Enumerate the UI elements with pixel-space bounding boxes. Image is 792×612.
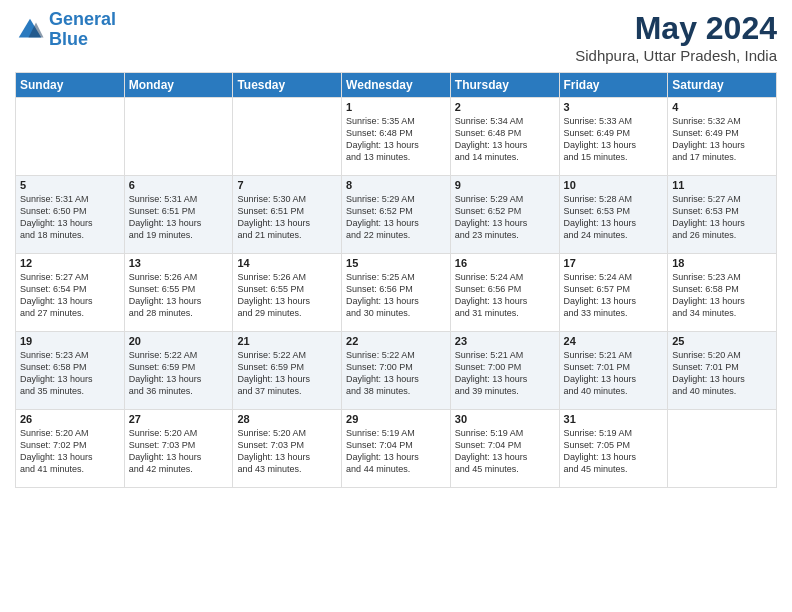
header: General Blue May 2024 Sidhpura, Uttar Pr… (15, 10, 777, 64)
cell-week1-day7: 4Sunrise: 5:32 AM Sunset: 6:49 PM Daylig… (668, 98, 777, 176)
day-number: 1 (346, 101, 446, 113)
cell-info: Sunrise: 5:25 AM Sunset: 6:56 PM Dayligh… (346, 271, 446, 320)
day-number: 8 (346, 179, 446, 191)
logo: General Blue (15, 10, 116, 50)
cell-info: Sunrise: 5:24 AM Sunset: 6:57 PM Dayligh… (564, 271, 664, 320)
cell-info: Sunrise: 5:20 AM Sunset: 7:01 PM Dayligh… (672, 349, 772, 398)
day-number: 23 (455, 335, 555, 347)
cell-info: Sunrise: 5:19 AM Sunset: 7:04 PM Dayligh… (346, 427, 446, 476)
day-number: 21 (237, 335, 337, 347)
col-friday: Friday (559, 73, 668, 98)
cell-week2-day3: 7Sunrise: 5:30 AM Sunset: 6:51 PM Daylig… (233, 176, 342, 254)
day-number: 26 (20, 413, 120, 425)
cell-week2-day7: 11Sunrise: 5:27 AM Sunset: 6:53 PM Dayli… (668, 176, 777, 254)
cell-info: Sunrise: 5:34 AM Sunset: 6:48 PM Dayligh… (455, 115, 555, 164)
day-number: 15 (346, 257, 446, 269)
cell-week4-day6: 24Sunrise: 5:21 AM Sunset: 7:01 PM Dayli… (559, 332, 668, 410)
col-wednesday: Wednesday (342, 73, 451, 98)
cell-info: Sunrise: 5:35 AM Sunset: 6:48 PM Dayligh… (346, 115, 446, 164)
cell-info: Sunrise: 5:31 AM Sunset: 6:51 PM Dayligh… (129, 193, 229, 242)
cell-info: Sunrise: 5:26 AM Sunset: 6:55 PM Dayligh… (237, 271, 337, 320)
day-number: 27 (129, 413, 229, 425)
cell-info: Sunrise: 5:21 AM Sunset: 7:00 PM Dayligh… (455, 349, 555, 398)
cell-info: Sunrise: 5:29 AM Sunset: 6:52 PM Dayligh… (346, 193, 446, 242)
cell-info: Sunrise: 5:28 AM Sunset: 6:53 PM Dayligh… (564, 193, 664, 242)
day-number: 10 (564, 179, 664, 191)
day-number: 22 (346, 335, 446, 347)
cell-info: Sunrise: 5:21 AM Sunset: 7:01 PM Dayligh… (564, 349, 664, 398)
cell-week1-day3 (233, 98, 342, 176)
day-number: 25 (672, 335, 772, 347)
day-number: 18 (672, 257, 772, 269)
cell-week3-day5: 16Sunrise: 5:24 AM Sunset: 6:56 PM Dayli… (450, 254, 559, 332)
cell-week2-day5: 9Sunrise: 5:29 AM Sunset: 6:52 PM Daylig… (450, 176, 559, 254)
day-number: 29 (346, 413, 446, 425)
cell-week4-day1: 19Sunrise: 5:23 AM Sunset: 6:58 PM Dayli… (16, 332, 125, 410)
cell-week4-day2: 20Sunrise: 5:22 AM Sunset: 6:59 PM Dayli… (124, 332, 233, 410)
cell-info: Sunrise: 5:20 AM Sunset: 7:03 PM Dayligh… (129, 427, 229, 476)
cell-info: Sunrise: 5:22 AM Sunset: 6:59 PM Dayligh… (237, 349, 337, 398)
day-number: 31 (564, 413, 664, 425)
calendar-table: Sunday Monday Tuesday Wednesday Thursday… (15, 72, 777, 488)
day-number: 30 (455, 413, 555, 425)
cell-info: Sunrise: 5:23 AM Sunset: 6:58 PM Dayligh… (20, 349, 120, 398)
cell-week3-day3: 14Sunrise: 5:26 AM Sunset: 6:55 PM Dayli… (233, 254, 342, 332)
day-number: 16 (455, 257, 555, 269)
day-number: 20 (129, 335, 229, 347)
cell-week3-day7: 18Sunrise: 5:23 AM Sunset: 6:58 PM Dayli… (668, 254, 777, 332)
day-number: 12 (20, 257, 120, 269)
cell-week5-day5: 30Sunrise: 5:19 AM Sunset: 7:04 PM Dayli… (450, 410, 559, 488)
cell-info: Sunrise: 5:22 AM Sunset: 6:59 PM Dayligh… (129, 349, 229, 398)
cell-week1-day2 (124, 98, 233, 176)
day-number: 7 (237, 179, 337, 191)
cell-info: Sunrise: 5:20 AM Sunset: 7:02 PM Dayligh… (20, 427, 120, 476)
cell-week2-day6: 10Sunrise: 5:28 AM Sunset: 6:53 PM Dayli… (559, 176, 668, 254)
day-number: 5 (20, 179, 120, 191)
col-monday: Monday (124, 73, 233, 98)
day-number: 17 (564, 257, 664, 269)
logo-text: General Blue (49, 10, 116, 50)
cell-week5-day1: 26Sunrise: 5:20 AM Sunset: 7:02 PM Dayli… (16, 410, 125, 488)
cell-week2-day2: 6Sunrise: 5:31 AM Sunset: 6:51 PM Daylig… (124, 176, 233, 254)
week-row-5: 26Sunrise: 5:20 AM Sunset: 7:02 PM Dayli… (16, 410, 777, 488)
day-number: 11 (672, 179, 772, 191)
calendar-body: 1Sunrise: 5:35 AM Sunset: 6:48 PM Daylig… (16, 98, 777, 488)
logo-line2: Blue (49, 29, 88, 49)
cell-week1-day4: 1Sunrise: 5:35 AM Sunset: 6:48 PM Daylig… (342, 98, 451, 176)
cell-info: Sunrise: 5:31 AM Sunset: 6:50 PM Dayligh… (20, 193, 120, 242)
cell-week3-day1: 12Sunrise: 5:27 AM Sunset: 6:54 PM Dayli… (16, 254, 125, 332)
logo-line1: General (49, 9, 116, 29)
cell-week1-day6: 3Sunrise: 5:33 AM Sunset: 6:49 PM Daylig… (559, 98, 668, 176)
week-row-4: 19Sunrise: 5:23 AM Sunset: 6:58 PM Dayli… (16, 332, 777, 410)
cell-info: Sunrise: 5:19 AM Sunset: 7:05 PM Dayligh… (564, 427, 664, 476)
day-number: 3 (564, 101, 664, 113)
cell-week5-day6: 31Sunrise: 5:19 AM Sunset: 7:05 PM Dayli… (559, 410, 668, 488)
cell-info: Sunrise: 5:33 AM Sunset: 6:49 PM Dayligh… (564, 115, 664, 164)
week-row-3: 12Sunrise: 5:27 AM Sunset: 6:54 PM Dayli… (16, 254, 777, 332)
cell-info: Sunrise: 5:19 AM Sunset: 7:04 PM Dayligh… (455, 427, 555, 476)
cell-info: Sunrise: 5:20 AM Sunset: 7:03 PM Dayligh… (237, 427, 337, 476)
title-block: May 2024 Sidhpura, Uttar Pradesh, India (575, 10, 777, 64)
cell-week3-day4: 15Sunrise: 5:25 AM Sunset: 6:56 PM Dayli… (342, 254, 451, 332)
col-thursday: Thursday (450, 73, 559, 98)
cell-info: Sunrise: 5:30 AM Sunset: 6:51 PM Dayligh… (237, 193, 337, 242)
cell-week4-day7: 25Sunrise: 5:20 AM Sunset: 7:01 PM Dayli… (668, 332, 777, 410)
cell-week2-day1: 5Sunrise: 5:31 AM Sunset: 6:50 PM Daylig… (16, 176, 125, 254)
cell-week1-day5: 2Sunrise: 5:34 AM Sunset: 6:48 PM Daylig… (450, 98, 559, 176)
cell-week4-day4: 22Sunrise: 5:22 AM Sunset: 7:00 PM Dayli… (342, 332, 451, 410)
cell-week5-day7 (668, 410, 777, 488)
day-number: 13 (129, 257, 229, 269)
day-number: 2 (455, 101, 555, 113)
col-saturday: Saturday (668, 73, 777, 98)
cell-week5-day4: 29Sunrise: 5:19 AM Sunset: 7:04 PM Dayli… (342, 410, 451, 488)
week-row-2: 5Sunrise: 5:31 AM Sunset: 6:50 PM Daylig… (16, 176, 777, 254)
cell-info: Sunrise: 5:29 AM Sunset: 6:52 PM Dayligh… (455, 193, 555, 242)
cell-info: Sunrise: 5:24 AM Sunset: 6:56 PM Dayligh… (455, 271, 555, 320)
day-number: 4 (672, 101, 772, 113)
cell-info: Sunrise: 5:32 AM Sunset: 6:49 PM Dayligh… (672, 115, 772, 164)
cell-week1-day1 (16, 98, 125, 176)
cell-info: Sunrise: 5:22 AM Sunset: 7:00 PM Dayligh… (346, 349, 446, 398)
col-tuesday: Tuesday (233, 73, 342, 98)
cell-info: Sunrise: 5:27 AM Sunset: 6:53 PM Dayligh… (672, 193, 772, 242)
day-number: 6 (129, 179, 229, 191)
